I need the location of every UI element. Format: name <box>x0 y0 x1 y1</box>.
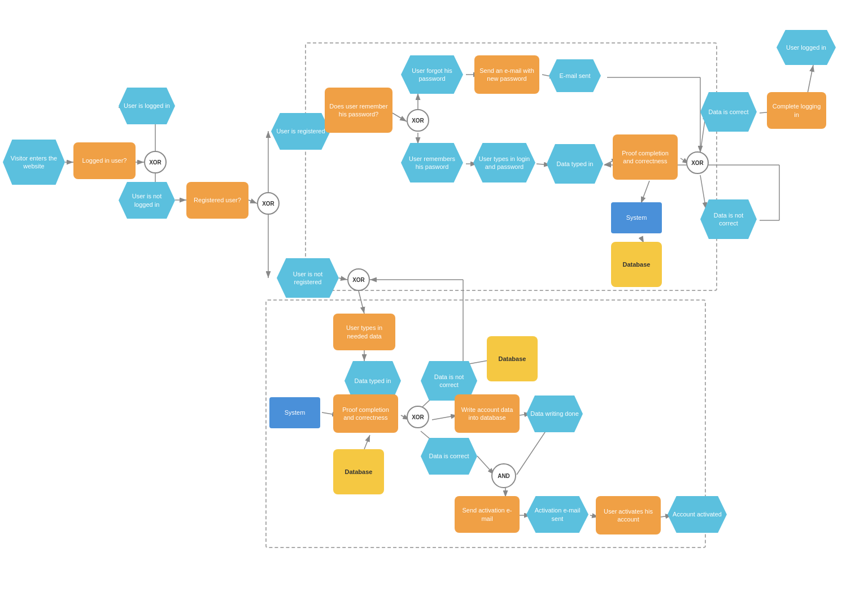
does-user-remember-node: Does user remember his password? <box>325 88 392 133</box>
complete-logging-node: Complete logging in <box>767 92 826 129</box>
user-remembers-node: User remembers his pasword <box>401 143 463 182</box>
svg-line-7 <box>248 200 257 203</box>
system-lower-node: System <box>269 397 320 428</box>
svg-line-49 <box>808 65 813 93</box>
xor6-node: XOR <box>686 151 709 174</box>
xor3-node: XOR <box>347 268 370 291</box>
db-lower-node: Database <box>487 336 538 381</box>
data-correct-lower-node: Data is correct <box>421 438 477 475</box>
activation-sent-node: Activation e-mail sent <box>526 496 588 533</box>
data-writing-done-node: Data writing done <box>526 396 583 432</box>
user-types-login-node: User types in login and password <box>473 143 535 182</box>
user-not-logged-node: User is not logged in <box>119 182 175 219</box>
db-upper-node: Database <box>611 242 662 287</box>
user-types-needed-node: User types in needed data <box>333 314 395 350</box>
xor2-node: XOR <box>257 192 280 215</box>
write-account-node: Write account data into database <box>455 394 520 433</box>
email-sent-node: E-mail sent <box>549 59 601 92</box>
user-logged-in-node: User is logged in <box>119 88 175 124</box>
xor4-node: XOR <box>407 406 429 428</box>
data-correct-upper-node: Data is correct <box>700 92 757 132</box>
user-forgot-node: User forgot his password <box>401 55 463 94</box>
user-activates-node: User activates his account <box>596 496 661 534</box>
db-lower2-node: Database <box>333 449 384 494</box>
user-logged-in-top-node: User logged in <box>777 30 836 65</box>
diagram-canvas: Visitor enters the website Logged in use… <box>0 0 868 591</box>
user-registered-node: User is registered <box>271 113 330 150</box>
user-not-registered-node: User is not registered <box>277 258 339 298</box>
proof-lower-node: Proof completion and correctness <box>333 394 398 433</box>
data-typed-upper-node: Data typed in <box>547 144 603 184</box>
send-email-new-node: Send an e-mail with new password <box>474 55 539 94</box>
proof-upper-node: Proof completion and correctness <box>613 134 678 180</box>
xor5-node: XOR <box>407 109 429 132</box>
registered-user-node: Registered user? <box>186 182 248 219</box>
xor1-node: XOR <box>144 151 167 173</box>
account-activated-node: Account activated <box>668 496 727 533</box>
data-not-correct-upper-node: Data is not correct <box>700 199 757 239</box>
send-activation-node: Send activation e-mail <box>455 496 520 533</box>
visitor-enters-node: Visitor enters the website <box>3 140 65 185</box>
logged-in-user-node: Logged in user? <box>73 142 136 179</box>
system-upper-node: System <box>611 202 662 233</box>
and-node: AND <box>491 463 516 488</box>
